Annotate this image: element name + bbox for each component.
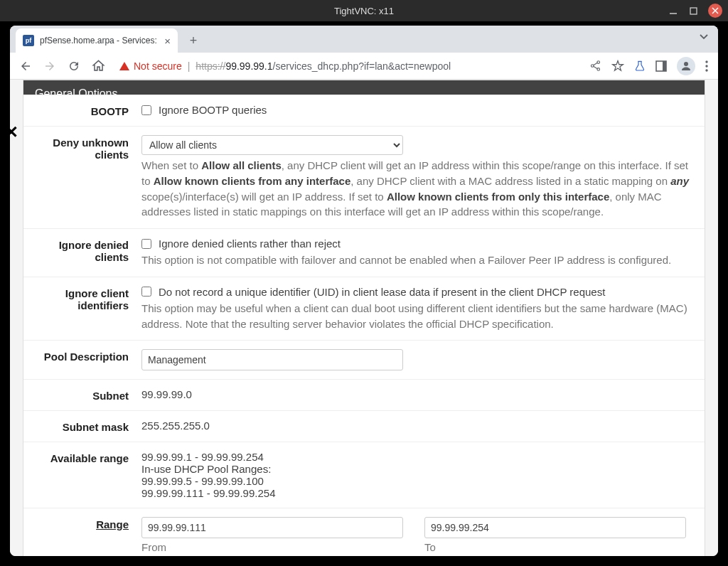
deny-unknown-help: When set to Allow all clients, any DHCP …: [141, 158, 693, 220]
label-range: Range: [35, 517, 141, 553]
svg-point-13: [705, 60, 707, 63]
ignore-cid-checkbox[interactable]: [141, 287, 151, 297]
value-subnet: 99.99.99.0: [141, 388, 693, 402]
window-titlebar: TightVNC: x11: [0, 0, 728, 21]
ignore-denied-check-label: Ignore denied clients rather than reject: [159, 237, 341, 250]
label-subnet-mask: Subnet mask: [35, 420, 141, 433]
window-buttons: [668, 4, 722, 18]
browser-window: pf pfSense.home.arpa - Services: DH × + …: [10, 26, 718, 556]
not-secure-badge[interactable]: Not secure: [119, 60, 182, 72]
browser-toolbar: Not secure | https://99.99.99.1/services…: [10, 53, 718, 80]
label-bootp: BOOTP: [35, 104, 141, 117]
pool-description-input[interactable]: [141, 349, 403, 370]
svg-line-8: [594, 66, 598, 69]
url-separator: |: [188, 60, 191, 72]
back-button[interactable]: [16, 56, 36, 76]
ignore-cid-check-label: Do not record a unique identifier (UID) …: [159, 286, 605, 298]
ignore-denied-checkbox-wrap[interactable]: Ignore denied clients rather than reject: [141, 237, 693, 250]
row-subnet: Subnet 99.99.99.0: [23, 379, 705, 410]
row-ignore-cid: Ignore client identifiers Do not record …: [23, 277, 705, 341]
row-range: Range From To: [23, 508, 705, 556]
ignore-cid-checkbox-wrap[interactable]: Do not record a unique identifier (UID) …: [141, 286, 693, 298]
row-bootp: BOOTP Ignore BOOTP queries: [23, 95, 705, 126]
general-options-panel: General Options BOOTP Ignore BOOTP queri…: [23, 80, 705, 556]
close-button[interactable]: [708, 4, 722, 18]
maximize-button[interactable]: [688, 6, 698, 16]
bootp-checkbox-wrap[interactable]: Ignore BOOTP queries: [141, 104, 693, 116]
panel-icon[interactable]: [655, 60, 667, 72]
bookmark-star-icon[interactable]: [611, 60, 624, 73]
label-ignore-denied: Ignore denied clients: [35, 237, 141, 268]
minimize-button[interactable]: [668, 6, 678, 16]
not-secure-text: Not secure: [134, 60, 182, 72]
tab-bar: pf pfSense.home.arpa - Services: DH × +: [10, 26, 718, 53]
deny-unknown-select[interactable]: Allow all clients: [141, 135, 403, 155]
range-to-input[interactable]: [424, 517, 686, 538]
flask-icon[interactable]: [634, 60, 646, 73]
range-from-input[interactable]: [141, 517, 403, 538]
label-subnet: Subnet: [35, 388, 141, 402]
warning-icon: [119, 62, 129, 70]
bootp-check-label: Ignore BOOTP queries: [159, 104, 267, 116]
ignore-denied-checkbox[interactable]: [141, 239, 151, 249]
new-tab-button[interactable]: +: [183, 31, 203, 50]
row-pool-description: Pool Description: [23, 340, 705, 379]
bootp-checkbox[interactable]: [141, 105, 151, 115]
toolbar-right-icons: [589, 57, 712, 75]
share-icon[interactable]: [589, 60, 601, 72]
value-subnet-mask: 255.255.255.0: [141, 420, 693, 433]
panel-header: General Options: [23, 80, 705, 95]
svg-line-7: [594, 63, 598, 65]
svg-rect-1: [690, 8, 697, 14]
label-pool-description: Pool Description: [35, 349, 141, 370]
row-subnet-mask: Subnet mask 255.255.255.0: [23, 410, 705, 442]
ignore-denied-help: This option is not compatible with failo…: [141, 252, 693, 268]
kebab-menu-icon[interactable]: [705, 60, 708, 72]
reload-button[interactable]: [64, 56, 84, 76]
x-mark-icon: ✕: [10, 122, 18, 142]
tab-title: pfSense.home.arpa - Services: DH: [40, 36, 159, 46]
window-title: TightVNC: x11: [334, 6, 394, 16]
url-text: https://99.99.99.1/services_dhcp.php?if=…: [196, 60, 451, 72]
label-available-range: Available range: [35, 451, 141, 499]
range-from-label: From: [141, 541, 403, 553]
svg-rect-11: [663, 61, 666, 71]
svg-point-12: [684, 62, 688, 66]
profile-avatar[interactable]: [677, 57, 695, 75]
ignore-cid-help: This option may be useful when a client …: [141, 301, 693, 332]
label-deny-unknown: Deny unknown clients: [35, 135, 141, 220]
label-ignore-cid: Ignore client identifiers: [35, 286, 141, 332]
address-bar[interactable]: Not secure | https://99.99.99.1/services…: [112, 55, 585, 77]
home-button[interactable]: [88, 56, 108, 76]
row-ignore-denied: Ignore denied clients Ignore denied clie…: [23, 228, 705, 277]
svg-point-15: [705, 69, 707, 71]
tab-list-chevron-icon[interactable]: [700, 34, 708, 40]
browser-tab[interactable]: pf pfSense.home.arpa - Services: DH ×: [16, 28, 178, 53]
forward-button[interactable]: [40, 56, 60, 76]
page-content[interactable]: ✕ General Options BOOTP Ignore BOOTP que…: [10, 80, 718, 556]
svg-point-14: [705, 65, 707, 67]
value-available-range: 99.99.99.1 - 99.99.99.254 In-use DHCP Po…: [141, 451, 693, 499]
row-available-range: Available range 99.99.99.1 - 99.99.99.25…: [23, 442, 705, 508]
tab-close-icon[interactable]: ×: [164, 35, 171, 47]
range-to-label: To: [424, 541, 686, 553]
favicon-icon: pf: [23, 35, 34, 46]
row-deny-unknown: Deny unknown clients Allow all clients W…: [23, 126, 705, 228]
